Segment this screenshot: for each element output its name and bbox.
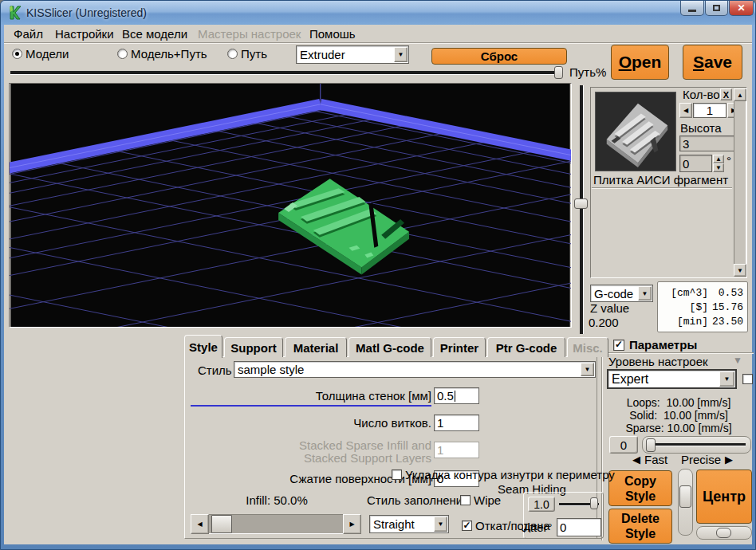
infill-scroll-left[interactable]: ◀	[191, 514, 209, 534]
tab-style[interactable]: Style	[184, 335, 222, 358]
maximize-button[interactable]	[705, 1, 728, 16]
wipe-checkbox[interactable]	[460, 495, 471, 505]
save-rest: ave	[704, 53, 732, 72]
infill-scroll-thumb[interactable]	[211, 515, 232, 533]
wall-thickness-field[interactable]: 0.5	[434, 387, 479, 404]
viewport-vslider-track[interactable]	[580, 85, 583, 334]
delete-style-button[interactable]: Delete Style	[608, 509, 672, 544]
app-icon	[8, 6, 22, 20]
chevron-down-icon[interactable]: ▼	[394, 47, 408, 62]
viewport-3d[interactable]	[9, 83, 572, 328]
model-list-item[interactable]: Плитка АИСИ фрагмент	[593, 173, 728, 187]
minimize-button[interactable]	[680, 1, 704, 16]
chevron-down-icon[interactable]: ▼	[581, 363, 594, 376]
list-scrollbar[interactable]	[734, 88, 746, 277]
app-window: KISSlicer (Unregistered) ✕ Файл Настройк…	[0, 0, 756, 550]
radio-path[interactable]	[227, 49, 238, 59]
stat-time: [min] 23.50	[662, 316, 743, 328]
tab-ptr-gcode[interactable]: Ptr G-code	[487, 337, 565, 357]
center-button[interactable]: Центр	[696, 469, 752, 524]
path-slider-track[interactable]	[10, 71, 554, 74]
parameters-checkbox[interactable]: ✓	[613, 340, 624, 351]
tab-printer[interactable]: Printer	[433, 337, 486, 357]
extruder-select[interactable]: Extruder ▼	[296, 45, 409, 64]
parameters-label: Параметры	[629, 338, 697, 352]
chevron-down-icon[interactable]: ▼	[719, 371, 734, 387]
retract-checkbox[interactable]: ✓	[462, 521, 472, 531]
infill-style-select[interactable]: Straight ▼	[369, 515, 449, 533]
chevron-down-icon[interactable]: ▼	[638, 286, 652, 301]
radio-models-label: Модели	[26, 47, 69, 61]
viewport-vslider-handle[interactable]	[574, 198, 588, 209]
infill-scroll-right[interactable]: ▶	[343, 514, 361, 534]
path-slider-handle[interactable]	[554, 66, 563, 79]
arrow-down-icon: ▼	[715, 164, 722, 171]
style-name-value: sample style	[238, 363, 304, 376]
menu-all-models[interactable]: Все модели	[122, 27, 187, 41]
close-button[interactable]: ✕	[729, 1, 754, 16]
titlebar[interactable]: KISSlicer (Unregistered) ✕	[1, 1, 755, 25]
menu-help[interactable]: Помошь	[309, 27, 356, 41]
seam-value-button[interactable]: 1.0	[528, 497, 555, 512]
arrow-up-icon: ▲	[737, 92, 743, 99]
copy-style-button[interactable]: Copy Style	[608, 470, 672, 506]
inside-out-label: Укладка контура изнутри к периметру	[405, 468, 615, 481]
reset-button[interactable]: Сброс	[431, 48, 567, 65]
settings-divider-h	[601, 352, 754, 353]
stacked-field: 1	[434, 442, 479, 458]
tab-support[interactable]: Support	[224, 337, 283, 357]
rotation-down-button[interactable]: ▼	[713, 163, 724, 172]
menu-file[interactable]: Файл	[14, 27, 43, 41]
reset-label: Сброс	[481, 49, 518, 63]
jitter-field[interactable]: 0	[557, 518, 601, 536]
seam-slider-handle[interactable]	[590, 497, 598, 509]
collapse-triangle-icon[interactable]: ▼	[733, 355, 742, 366]
quality-slider-handle[interactable]	[646, 438, 656, 452]
model-remove-button[interactable]: X	[720, 88, 732, 100]
arrow-left-icon: ◀	[683, 107, 688, 114]
style-name-select[interactable]: sample style ▼	[234, 361, 596, 378]
settings-level-label: Уровень настроек	[608, 355, 708, 368]
tab-matl-gcode[interactable]: Matl G-code	[348, 337, 431, 357]
tab-misc: Misc.	[567, 337, 608, 357]
open-button[interactable]: Open	[611, 45, 669, 80]
stat-volume-value: 0.53	[708, 287, 743, 299]
expert-lock-checkbox[interactable]	[742, 374, 753, 384]
infill-label: Infill: 50.0%	[192, 493, 361, 507]
chevron-down-icon[interactable]: ▼	[434, 517, 447, 532]
count-field[interactable]: 1	[693, 103, 726, 118]
center-hslider-handle[interactable]	[716, 528, 731, 538]
count-label: Кол-во	[683, 88, 720, 101]
crowning-label: Сжатие поверхности [мм]	[240, 472, 431, 485]
settings-level-select[interactable]: Expert ▼	[607, 369, 737, 389]
count-decrement-button[interactable]: ◀	[679, 103, 692, 118]
center-vslider-handle[interactable]	[679, 485, 691, 508]
height-label: Высота	[680, 121, 722, 135]
output-mode-select[interactable]: G-code ▼	[590, 285, 653, 302]
precise-arrow-icon: ▶	[725, 454, 733, 466]
loops-field[interactable]: 1	[434, 414, 479, 431]
inside-out-checkbox[interactable]	[392, 469, 402, 480]
tab-material[interactable]: Material	[285, 337, 347, 357]
stat-cost-value: 15.76	[708, 301, 743, 313]
quality-slider-track[interactable]	[648, 443, 746, 446]
list-scroll-up[interactable]: ▲	[734, 88, 746, 101]
list-scroll-down[interactable]: ▼	[734, 264, 746, 277]
save-button[interactable]: Save	[683, 45, 742, 80]
quality-value-button[interactable]: 0	[609, 436, 638, 454]
z-value: 0.200	[589, 316, 619, 329]
rotation-field[interactable]: 0	[679, 155, 712, 172]
arrow-up-icon: ▲	[715, 155, 722, 163]
menu-settings[interactable]: Настройки	[55, 27, 114, 41]
loops-label: Число витков.	[240, 416, 431, 430]
minimize-icon	[688, 10, 696, 12]
arrow-right-icon: ▶	[349, 521, 354, 528]
rotation-up-button[interactable]: ▲	[713, 155, 724, 163]
wall-thickness-label[interactable]: Толщина стенок [мм]	[240, 389, 431, 403]
menu-bar	[4, 25, 752, 43]
estimate-stats: [cm^3] 0.53 [$] 15.76 [min] 23.50	[657, 281, 748, 332]
style-name-label: Стиль	[198, 363, 232, 377]
radio-model-path[interactable]	[117, 49, 128, 59]
fast-arrow-icon: ◀	[632, 454, 640, 466]
radio-models[interactable]	[12, 49, 22, 59]
